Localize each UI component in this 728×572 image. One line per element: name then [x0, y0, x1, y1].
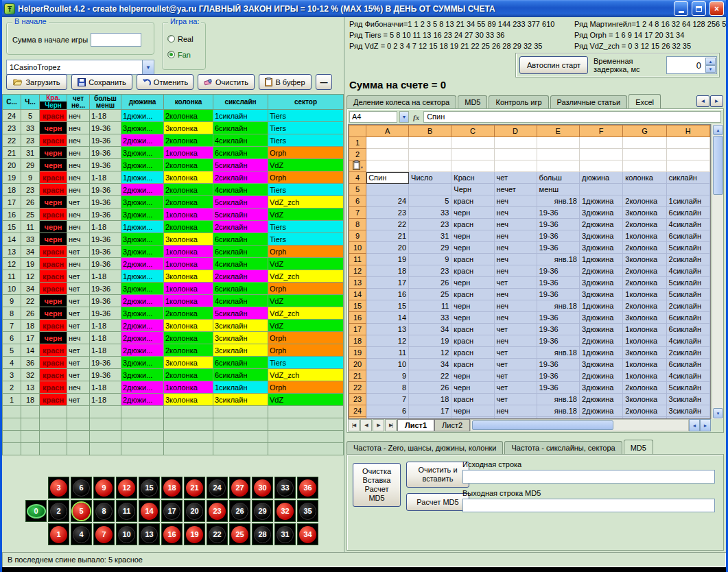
- excel-cell-C13[interactable]: черн: [451, 277, 494, 289]
- excel-cell-H5[interactable]: [666, 184, 709, 195]
- name-box-dropdown-icon[interactable]: ▼: [399, 111, 409, 123]
- sheet-tab-0[interactable]: Лист1: [397, 419, 434, 431]
- excel-cell-C10[interactable]: черн: [451, 242, 494, 254]
- excel-cell-A20[interactable]: 10: [366, 359, 409, 370]
- excel-cell-H2[interactable]: [666, 149, 709, 160]
- excel-cell-C2[interactable]: [451, 149, 494, 160]
- spin-row[interactable]: 118краснчет1-182дюжи...3колонка3сиклайнV…: [3, 394, 344, 406]
- excel-row-header-19[interactable]: 19: [349, 347, 366, 359]
- excel-cell-D16[interactable]: неч: [494, 312, 537, 324]
- excel-row-header-11[interactable]: 11: [349, 254, 366, 265]
- excel-cell-D14[interactable]: неч: [494, 289, 537, 300]
- excel-row-header-14[interactable]: 14: [349, 289, 366, 300]
- excel-row-header-21[interactable]: 21: [349, 370, 366, 382]
- excel-cell-E6[interactable]: янв.18: [537, 195, 579, 207]
- excel-cell-B5[interactable]: [409, 184, 451, 195]
- board-cell-8[interactable]: 8: [93, 500, 115, 522]
- excel-cell-A10[interactable]: 20: [366, 242, 409, 254]
- excel-col-header-A[interactable]: A: [366, 126, 409, 137]
- main-tab-2[interactable]: Контроль игр: [489, 95, 548, 108]
- clear-button[interactable]: Очистить: [198, 74, 255, 90]
- excel-cell-C5[interactable]: Черн: [451, 184, 494, 195]
- title-bar[interactable]: Ŧ HelperRoullet 4.2 - create helperroull…: [2, 0, 726, 17]
- sheet-nav-prev-icon[interactable]: ◀: [360, 419, 372, 431]
- excel-row-header-10[interactable]: 10: [349, 242, 366, 254]
- board-cell-13[interactable]: 13: [139, 523, 160, 545]
- excel-cell-A8[interactable]: 22: [366, 219, 409, 230]
- spin-row[interactable]: 332краснчет19-363дюжи...2колонка6сиклайн…: [3, 369, 344, 381]
- excel-cell-D6[interactable]: неч: [494, 195, 537, 207]
- md5-batch-button[interactable]: Очистка Вставка Расчет MD5: [353, 463, 401, 507]
- excel-cell-H18[interactable]: 4сиклайн: [666, 335, 709, 347]
- md5-output-input[interactable]: [462, 499, 715, 512]
- sheet-nav-first-icon[interactable]: |◀: [348, 419, 360, 431]
- excel-cell-G12[interactable]: 2колонка: [623, 265, 666, 277]
- tabs-scroll-left-button[interactable]: ◄: [696, 95, 709, 107]
- excel-cell-E16[interactable]: 19-36: [537, 312, 579, 324]
- excel-cell-E10[interactable]: 19-36: [537, 242, 579, 254]
- excel-cell-F15[interactable]: 1дюжина: [579, 300, 622, 312]
- excel-cell-B16[interactable]: 33: [409, 312, 451, 324]
- md5-clear-insert-button[interactable]: Очистить и вставить: [406, 462, 469, 488]
- excel-cell-E22[interactable]: 19-36: [537, 382, 579, 394]
- excel-cell-E4[interactable]: больш: [537, 172, 579, 184]
- excel-cell-F19[interactable]: 1дюжина: [579, 347, 622, 359]
- load-button[interactable]: Загрузить: [6, 74, 67, 90]
- board-cell-9[interactable]: 9: [93, 477, 115, 499]
- excel-cell-H9[interactable]: 6сиклайн: [666, 230, 709, 242]
- excel-cell-F20[interactable]: 3дюжина: [579, 359, 622, 370]
- excel-select-all[interactable]: [349, 126, 366, 137]
- board-cell-27[interactable]: 27: [229, 477, 250, 499]
- excel-cell-B8[interactable]: 23: [409, 219, 451, 230]
- spin-row[interactable]: 2223красннеч19-362дюжи...2колонка4сиклай…: [3, 134, 344, 147]
- excel-cell-G20[interactable]: 1колонка: [623, 359, 666, 370]
- excel-cell-F18[interactable]: 2дюжина: [579, 335, 622, 347]
- excel-cell-D13[interactable]: чет: [494, 277, 537, 289]
- excel-cell-G23[interactable]: 3колонка: [623, 394, 666, 405]
- excel-cell-F8[interactable]: 2дюжина: [579, 219, 622, 230]
- excel-cell-E18[interactable]: 19-36: [537, 335, 579, 347]
- excel-cell-H15[interactable]: 2сиклайн: [666, 300, 709, 312]
- excel-cell-C14[interactable]: красн: [451, 289, 494, 300]
- excel-cell-C21[interactable]: черн: [451, 370, 494, 382]
- bottom-tab-0[interactable]: Частота - Zero, шансы, дюжины, колонки: [347, 441, 503, 454]
- board-cell-10[interactable]: 10: [116, 523, 137, 545]
- board-cell-24[interactable]: 24: [207, 477, 228, 499]
- board-cell-15[interactable]: 15: [139, 477, 160, 499]
- excel-cell-F4[interactable]: дюжина: [579, 172, 622, 184]
- excel-cell-A2[interactable]: [366, 149, 409, 160]
- spin-row[interactable]: 199красннеч1-181дюжи...3колонка2сиклайнO…: [3, 171, 344, 184]
- excel-cell-A3[interactable]: [366, 160, 409, 172]
- excel-cell-G2[interactable]: [623, 149, 666, 160]
- spin-row[interactable]: 514краснчет1-182дюжи...2колонка3сиклайнO…: [3, 344, 344, 357]
- excel-cell-C15[interactable]: черн: [451, 300, 494, 312]
- spin-row[interactable]: 1433черннеч19-363дюжи...3колонка6сиклайн…: [3, 233, 344, 246]
- excel-cell-C4[interactable]: Красн: [451, 172, 494, 184]
- excel-cell-A15[interactable]: 15: [366, 300, 409, 312]
- excel-row-header-15[interactable]: 15: [349, 300, 366, 312]
- excel-cell-G19[interactable]: 3колонка: [623, 347, 666, 359]
- board-cell-30[interactable]: 30: [252, 477, 273, 499]
- excel-cell-G14[interactable]: 1колонка: [623, 289, 666, 300]
- excel-cell-B20[interactable]: 34: [409, 359, 451, 370]
- excel-cell-A5[interactable]: [366, 184, 409, 195]
- excel-cell-D3[interactable]: [494, 160, 537, 172]
- excel-col-header-H[interactable]: H: [666, 126, 709, 137]
- spin-row[interactable]: 718краснчет1-182дюжи...3колонка3сиклайнV…: [3, 320, 344, 332]
- excel-cell-E23[interactable]: янв.18: [537, 394, 579, 405]
- excel-cell-C8[interactable]: красн: [451, 219, 494, 230]
- spin-row[interactable]: 1726чернчет19-363дюжи...2колонка5сиклайн…: [3, 196, 344, 208]
- excel-cell-A19[interactable]: 11: [366, 347, 409, 359]
- excel-cell-B15[interactable]: 11: [409, 300, 451, 312]
- excel-cell-G10[interactable]: 2колонка: [623, 242, 666, 254]
- excel-cell-B24[interactable]: 17: [409, 405, 451, 417]
- excel-cell-A17[interactable]: 13: [366, 324, 409, 335]
- excel-cell-H11[interactable]: 2сиклайн: [666, 254, 709, 265]
- excel-cell-D15[interactable]: неч: [494, 300, 537, 312]
- board-cell-3[interactable]: 3: [48, 477, 69, 499]
- scroll-up-icon[interactable]: ▲: [713, 125, 723, 135]
- spin-row[interactable]: 213красннеч1-182дюжи...1колонка1сиклайнO…: [3, 381, 344, 394]
- spinner-up-icon[interactable]: ▲: [705, 58, 716, 65]
- excel-cell-G1[interactable]: [623, 137, 666, 149]
- excel-cell-A4[interactable]: Спин: [366, 172, 409, 184]
